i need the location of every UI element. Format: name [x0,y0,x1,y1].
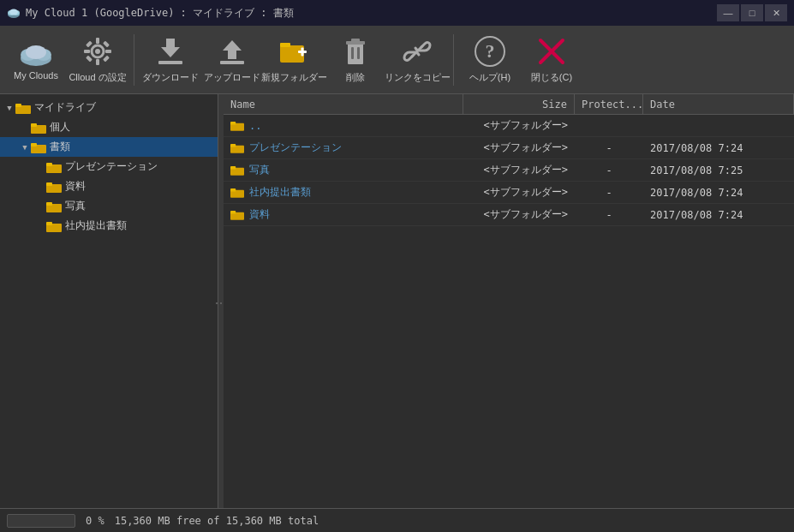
tree-item-shorui[interactable]: ▼ 書類 [0,137,218,157]
file-cell-size-shiryo: <サブフォルダー> [463,207,575,222]
col-header-date[interactable]: Date [643,94,794,114]
svg-rect-37 [15,104,21,107]
tree-item-kojin[interactable]: 個人 [0,117,218,137]
svg-rect-23 [280,43,290,47]
title-bar: My Cloud 1 (GoogleDrive) : マイドライブ : 書類 —… [0,0,794,26]
delete-button[interactable]: 削除 [326,30,385,90]
file-name-shanai: 社内提出書類 [249,185,311,200]
folder-icon-file-shiryo [230,209,244,220]
tree-item-shashin[interactable]: 写真 [0,196,218,216]
app-icon [7,6,21,20]
tree-label-presentation: プレゼンテーション [65,159,158,174]
tree-toggle-mydrive[interactable]: ▼ [3,102,15,114]
tree-item-presentation[interactable]: プレゼンテーション [0,157,218,176]
svg-rect-22 [280,45,304,63]
file-cell-protect-shanai: - [575,187,643,199]
svg-rect-29 [351,47,354,59]
svg-rect-18 [158,61,182,64]
main-area: ▼ マイドライブ 個人 ▼ 書類 [0,94,794,508]
svg-marker-21 [223,40,242,59]
file-row-shiryo[interactable]: 資料 <サブフォルダー> - 2017/08/08 7:24 [224,204,794,226]
help-button[interactable]: ? ヘルプ(H) [461,30,519,90]
tree-label-kojin: 個人 [50,120,70,134]
tree-toggle-shorui[interactable]: ▼ [19,141,31,153]
file-cell-size-parent: <サブフォルダー> [463,118,575,133]
close-button[interactable]: 閉じる(C) [522,30,581,90]
folder-icon-file-shanai [230,187,244,198]
svg-rect-10 [96,38,99,44]
file-row-parent[interactable]: .. <サブフォルダー> [224,115,794,137]
svg-rect-16 [86,56,93,63]
tree-item-shanai[interactable]: 社内提出書類 [0,216,218,236]
tree-label-shiryo: 資料 [65,179,86,194]
copy-link-label: リンクをコピー [385,71,451,84]
progress-bar-container [7,514,75,528]
tree-toggle-shiryo[interactable] [34,181,46,193]
file-name-shiryo: 資料 [249,207,270,222]
svg-rect-47 [46,202,52,206]
tree-item-mydrive[interactable]: ▼ マイドライブ [0,98,218,117]
tree-item-shiryo[interactable]: 資料 [0,176,218,196]
gear-icon [81,35,114,68]
close-window-button[interactable]: ✕ [765,4,787,21]
download-label: ダウンロード [142,71,199,84]
svg-rect-13 [105,50,111,53]
toolbar: My Clouds Clloud の設定 ダウンロード [0,26,794,94]
folder-icon-file-shashin [230,164,244,176]
svg-rect-14 [86,41,93,48]
folder-icon-parent [230,120,244,131]
file-row-presentation[interactable]: プレゼンテーション <サブフォルダー> - 2017/08/08 7:24 [224,137,794,159]
title-bar-left: My Cloud 1 (GoogleDrive) : マイドライブ : 書類 [7,6,294,21]
col-header-name[interactable]: Name [224,94,463,114]
col-header-size[interactable]: Size [463,94,575,114]
copy-link-button[interactable]: リンクをコピー [388,30,446,90]
my-clouds-button[interactable]: My Clouds [7,30,65,90]
title-bar-buttons: — □ ✕ [717,4,787,21]
new-folder-button[interactable]: 新規フォルダー [265,30,323,90]
col-header-protect[interactable]: Protect... [575,94,643,114]
upload-button[interactable]: アップロード [203,30,261,90]
delete-label: 削除 [346,71,365,84]
tree-toggle-shashin[interactable] [34,200,46,212]
file-cell-date-shanai: 2017/08/08 7:24 [643,187,794,199]
tree-panel: ▼ マイドライブ 個人 ▼ 書類 [0,94,218,508]
tree-toggle-kojin[interactable] [19,122,31,134]
svg-rect-28 [351,39,360,42]
svg-point-3 [9,9,18,15]
file-row-shanai[interactable]: 社内提出書類 <サブフォルダー> - 2017/08/08 7:24 [224,182,794,204]
download-icon [154,35,187,68]
folder-icon-mydrive [15,102,31,114]
file-cell-name-parent: .. [224,120,463,132]
file-cell-protect-shiryo: - [575,209,643,221]
download-button[interactable]: ダウンロード [141,30,200,90]
svg-rect-53 [230,144,236,147]
folder-icon-presentation [46,161,62,173]
new-folder-label: 新規フォルダー [261,71,327,84]
new-folder-icon [278,35,310,68]
svg-rect-17 [103,56,110,63]
maximize-button[interactable]: □ [741,4,763,21]
close-label: 閉じる(C) [531,71,572,84]
file-list-header: Name Size Protect... Date [224,94,794,115]
delete-icon [339,35,372,68]
svg-rect-26 [348,44,363,64]
tree-toggle-presentation[interactable] [34,161,46,173]
cloud-settings-label: Clloud の設定 [69,71,126,84]
svg-rect-49 [46,222,52,225]
upload-icon [216,35,248,68]
file-name-shashin: 写真 [249,163,270,177]
file-cell-name-shanai: 社内提出書類 [224,185,463,200]
my-clouds-label: My Clouds [14,70,58,81]
progress-percent: 0 % [86,515,104,527]
cloud-settings-button[interactable]: Clloud の設定 [69,30,127,90]
folder-icon-shorui [31,141,46,153]
svg-rect-15 [103,41,110,48]
file-cell-date-shashin: 2017/08/08 7:25 [643,164,794,176]
svg-rect-11 [96,59,99,65]
tree-label-shanai: 社内提出書類 [65,218,127,233]
minimize-button[interactable]: — [717,4,739,21]
tree-toggle-shanai[interactable] [34,220,46,232]
file-row-shashin[interactable]: 写真 <サブフォルダー> - 2017/08/08 7:25 [224,159,794,182]
file-name-presentation: プレゼンテーション [249,140,342,155]
svg-rect-45 [46,182,52,186]
